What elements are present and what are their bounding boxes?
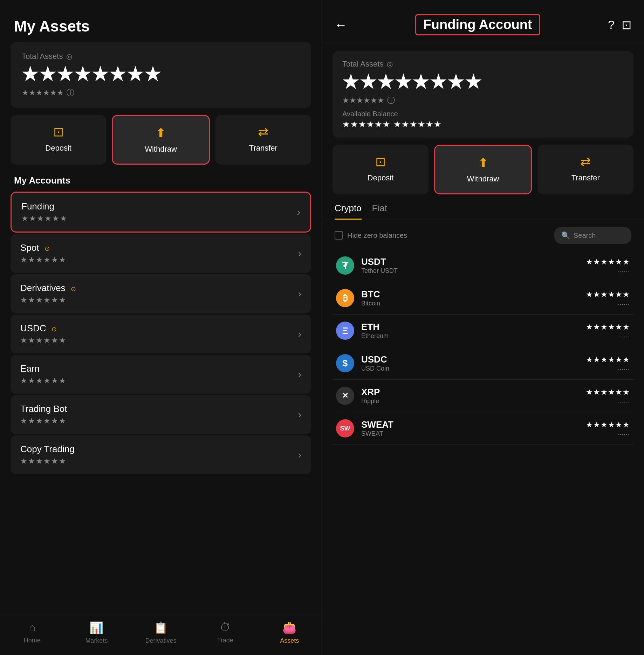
xrp-logo: ✕ xyxy=(336,387,354,405)
bottom-nav: ⌂ Home 📊 Markets 📋 Derivatives ⏱ Trade 👛… xyxy=(0,614,322,655)
nav-derivatives[interactable]: 📋 Derivatives xyxy=(129,621,193,644)
accounts-list: Funding ★★★★★★ › Spot ⊙ ★★★★★★ › Derivat… xyxy=(0,192,322,614)
scan-icon: ⊡ xyxy=(622,18,631,32)
assets-icon: 👛 xyxy=(282,621,296,634)
left-action-buttons: ⊡ Deposit ⬆ Withdraw ⇄ Transfer xyxy=(11,115,311,165)
nav-trade[interactable]: ⏱ Trade xyxy=(193,621,258,644)
usdc-symbol: USDC xyxy=(361,354,586,365)
chevron-icon: › xyxy=(298,369,301,380)
tabs-row: Crypto Fiat xyxy=(322,203,644,220)
hide-balance-icon[interactable]: ◎ xyxy=(66,52,72,61)
sweat-symbol: SWEAT xyxy=(361,419,586,430)
sweat-name: SWEAT xyxy=(361,430,586,437)
info-icon: ⓘ xyxy=(67,88,74,98)
xrp-symbol: XRP xyxy=(361,387,586,398)
transfer-button[interactable]: ⇄ Transfer xyxy=(215,115,311,165)
account-item-trading-bot[interactable]: Trading Bot ★★★★★★ › xyxy=(11,395,311,434)
xrp-amount: ★★★★★★ xyxy=(586,388,630,397)
trade-icon: ⏱ xyxy=(220,621,231,634)
scan-button[interactable]: ⊡ xyxy=(622,18,631,32)
account-item-usdc[interactable]: USDC ⊙ ★★★★★★ › xyxy=(11,315,311,353)
right-hide-balance-icon[interactable]: ◎ xyxy=(387,60,393,68)
eth-logo: Ξ xyxy=(336,322,354,340)
right-deposit-button[interactable]: ⊡ Deposit xyxy=(333,145,429,194)
right-withdraw-button[interactable]: ⬆ Withdraw xyxy=(434,145,532,194)
transfer-icon: ⇄ xyxy=(258,125,268,139)
nav-assets[interactable]: 👛 Assets xyxy=(257,621,322,644)
account-item-funding[interactable]: Funding ★★★★★★ › xyxy=(11,192,311,233)
usdc-icon: ⊙ xyxy=(52,326,57,333)
available-balance-label: Available Balance xyxy=(342,110,624,118)
crypto-item-usdt[interactable]: ₮ USDT Tether USDT ★★★★★★ ...... xyxy=(333,249,633,282)
crypto-item-xrp[interactable]: ✕ XRP Ripple ★★★★★★ ...... xyxy=(333,380,633,412)
xrp-sub: ...... xyxy=(586,397,630,404)
spot-icon: ⊙ xyxy=(44,245,50,252)
derivatives-nav-icon: 📋 xyxy=(154,621,168,634)
chevron-icon: › xyxy=(298,248,301,259)
crypto-item-btc[interactable]: ₿ BTC Bitcoin ★★★★★★ ...... xyxy=(333,282,633,315)
right-deposit-icon: ⊡ xyxy=(375,154,386,169)
deposit-icon: ⊡ xyxy=(53,125,64,139)
help-button[interactable]: ? xyxy=(608,18,615,32)
right-info-icon: ⓘ xyxy=(387,95,395,106)
header-icons: ? ⊡ xyxy=(608,18,631,32)
crypto-item-eth[interactable]: Ξ ETH Ethereum ★★★★★★ ...... xyxy=(333,315,633,347)
available-balance-value: ★★★★★★ ★★★★★★ xyxy=(342,119,624,129)
filter-row: Hide zero balances 🔍 Search xyxy=(322,227,644,244)
search-box[interactable]: 🔍 Search xyxy=(554,227,631,244)
eth-name: Ethereum xyxy=(361,332,586,340)
chevron-icon: › xyxy=(297,207,300,218)
left-panel: My Assets Total Assets ◎ ★★★★★★★★ ★★★★★★… xyxy=(0,0,322,655)
usdc-amount: ★★★★★★ xyxy=(586,355,630,364)
withdraw-button[interactable]: ⬆ Withdraw xyxy=(112,115,210,165)
total-assets-sub: ★★★★★★ ⓘ xyxy=(22,88,300,98)
derivatives-icon: ⊙ xyxy=(71,285,76,292)
account-item-derivatives[interactable]: Derivatives ⊙ ★★★★★★ › xyxy=(11,274,311,313)
nav-markets[interactable]: 📊 Markets xyxy=(64,621,129,644)
sweat-amount: ★★★★★★ xyxy=(586,420,630,429)
sweat-sub: ...... xyxy=(586,429,630,437)
account-name-funding: Funding xyxy=(21,201,68,212)
usdt-amount: ★★★★★★ xyxy=(586,257,630,267)
right-transfer-button[interactable]: ⇄ Transfer xyxy=(537,145,633,194)
account-item-spot[interactable]: Spot ⊙ ★★★★★★ › xyxy=(11,234,311,273)
right-assets-section: Total Assets ◎ ★★★★★★★★ ★★★★★★ ⓘ Availab… xyxy=(333,51,633,138)
help-icon: ? xyxy=(608,18,615,31)
right-transfer-icon: ⇄ xyxy=(580,154,591,169)
chevron-icon: › xyxy=(298,329,301,340)
crypto-item-sweat[interactable]: SW SWEAT SWEAT ★★★★★★ ...... xyxy=(333,412,633,445)
xrp-name: Ripple xyxy=(361,398,586,405)
hide-zero-row: Hide zero balances xyxy=(335,231,407,240)
page-title: My Assets xyxy=(14,18,308,35)
back-button[interactable]: ← xyxy=(335,18,347,32)
account-item-copy-trading[interactable]: Copy Trading ★★★★★★ › xyxy=(11,435,311,474)
tab-fiat[interactable]: Fiat xyxy=(372,203,387,220)
right-action-buttons: ⊡ Deposit ⬆ Withdraw ⇄ Transfer xyxy=(333,145,633,194)
tab-crypto[interactable]: Crypto xyxy=(335,203,362,220)
btc-amount: ★★★★★★ xyxy=(586,290,630,299)
search-icon: 🔍 xyxy=(561,231,570,240)
btc-symbol: BTC xyxy=(361,289,586,300)
hide-zero-label: Hide zero balances xyxy=(347,232,407,240)
right-header: ← Funding Account ? ⊡ xyxy=(322,0,644,44)
account-item-earn[interactable]: Earn ★★★★★★ › xyxy=(11,355,311,394)
withdraw-icon: ⬆ xyxy=(156,126,166,140)
eth-sub: ...... xyxy=(586,332,630,339)
nav-home[interactable]: ⌂ Home xyxy=(0,621,64,644)
eth-symbol: ETH xyxy=(361,322,586,332)
right-total-assets-label: Total Assets ◎ xyxy=(342,60,624,69)
home-icon: ⌂ xyxy=(29,621,35,634)
total-assets-label: Total Assets ◎ xyxy=(22,52,300,61)
hide-zero-checkbox[interactable] xyxy=(335,231,343,240)
deposit-button[interactable]: ⊡ Deposit xyxy=(11,115,106,165)
right-panel: ← Funding Account ? ⊡ Total Assets ◎ ★★★… xyxy=(322,0,644,655)
usdt-symbol: USDT xyxy=(361,256,586,267)
btc-name: Bitcoin xyxy=(361,300,586,307)
my-accounts-label: My Accounts xyxy=(0,175,322,192)
crypto-item-usdc[interactable]: $ USDC USD Coin ★★★★★★ ...... xyxy=(333,347,633,380)
chevron-icon: › xyxy=(298,449,301,461)
usdc-name: USD Coin xyxy=(361,365,586,372)
right-withdraw-icon: ⬆ xyxy=(478,156,488,170)
usdt-name: Tether USDT xyxy=(361,267,586,275)
account-val-funding: ★★★★★★ xyxy=(21,214,68,223)
